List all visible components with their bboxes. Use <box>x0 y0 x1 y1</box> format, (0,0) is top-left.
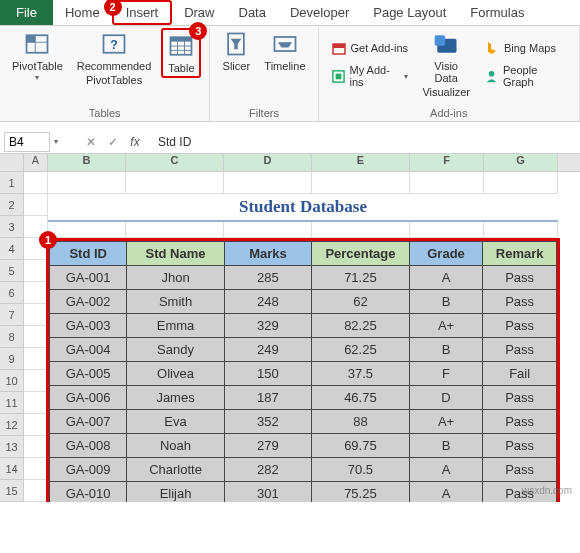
cell-grade[interactable]: B <box>409 338 483 362</box>
cell-remark[interactable]: Pass <box>483 386 557 410</box>
row-header[interactable]: 13 <box>0 436 24 458</box>
row-header[interactable]: 2 <box>0 194 24 216</box>
cell[interactable] <box>410 172 484 194</box>
col-G[interactable]: G <box>484 154 558 171</box>
cell[interactable] <box>24 304 48 326</box>
cell-name[interactable]: Eva <box>127 410 224 434</box>
row-header[interactable]: 3 <box>0 216 24 238</box>
cell[interactable] <box>312 172 410 194</box>
cell-marks[interactable]: 329 <box>224 314 311 338</box>
cell-marks[interactable]: 248 <box>224 290 311 314</box>
cell-marks[interactable]: 282 <box>224 458 311 482</box>
timeline-button[interactable]: Timeline <box>260 28 309 74</box>
cell-id[interactable]: GA-010 <box>50 482 127 503</box>
cell[interactable] <box>24 172 48 194</box>
th-pct[interactable]: Percentage <box>312 242 410 266</box>
recommended-pivottables-button[interactable]: ? Recommended PivotTables <box>73 28 156 88</box>
cell-remark[interactable]: Pass <box>483 290 557 314</box>
cell-id[interactable]: GA-008 <box>50 434 127 458</box>
bing-maps-button[interactable]: Bing Maps <box>480 38 571 58</box>
cell[interactable] <box>484 172 558 194</box>
slicer-button[interactable]: Slicer <box>218 28 254 74</box>
cell-pct[interactable]: 62 <box>312 290 410 314</box>
col-F[interactable]: F <box>410 154 484 171</box>
cancel-icon[interactable]: ✕ <box>82 135 100 149</box>
cell-marks[interactable]: 285 <box>224 266 311 290</box>
cell-pct[interactable]: 88 <box>312 410 410 434</box>
row-header[interactable]: 7 <box>0 304 24 326</box>
cell[interactable] <box>48 172 126 194</box>
cell[interactable] <box>24 260 48 282</box>
cell-name[interactable]: Olivea <box>127 362 224 386</box>
cell[interactable] <box>24 326 48 348</box>
cell[interactable] <box>24 414 48 436</box>
cell-pct[interactable]: 70.5 <box>312 458 410 482</box>
cell-id[interactable]: GA-007 <box>50 410 127 434</box>
cell-marks[interactable]: 150 <box>224 362 311 386</box>
cell-grade[interactable]: A+ <box>409 410 483 434</box>
cell-remark[interactable]: Pass <box>483 410 557 434</box>
cell-name[interactable]: Smith <box>127 290 224 314</box>
cell-id[interactable]: GA-003 <box>50 314 127 338</box>
col-B[interactable]: B <box>48 154 126 171</box>
cell-pct[interactable]: 71.25 <box>312 266 410 290</box>
cell-remark[interactable]: Pass <box>483 458 557 482</box>
cell-marks[interactable]: 352 <box>224 410 311 434</box>
th-id[interactable]: Std ID <box>50 242 127 266</box>
cell[interactable] <box>24 194 48 216</box>
row-header[interactable]: 15 <box>0 480 24 502</box>
table-button[interactable]: Table 3 <box>161 28 201 78</box>
cell-grade[interactable]: B <box>409 290 483 314</box>
enter-icon[interactable]: ✓ <box>104 135 122 149</box>
fx-icon[interactable]: fx <box>126 135 144 149</box>
col-C[interactable]: C <box>126 154 224 171</box>
tab-insert[interactable]: Insert 2 <box>112 0 173 25</box>
th-remark[interactable]: Remark <box>483 242 557 266</box>
cell-pct[interactable]: 62.25 <box>312 338 410 362</box>
row-header[interactable]: 8 <box>0 326 24 348</box>
cell-grade[interactable]: A <box>409 266 483 290</box>
cell-pct[interactable]: 75.25 <box>312 482 410 503</box>
cell-grade[interactable]: D <box>409 386 483 410</box>
cell-grade[interactable]: A+ <box>409 314 483 338</box>
tab-home[interactable]: Home <box>53 0 112 25</box>
cell-grade[interactable]: F <box>409 362 483 386</box>
row-header[interactable]: 10 <box>0 370 24 392</box>
cell-name[interactable]: Jhon <box>127 266 224 290</box>
col-A[interactable]: A <box>24 154 48 171</box>
cell[interactable] <box>24 480 48 502</box>
name-dropdown-icon[interactable]: ▾ <box>54 137 58 146</box>
name-box[interactable] <box>4 132 50 152</box>
cell-grade[interactable]: A <box>409 482 483 503</box>
cell-name[interactable]: Sandy <box>127 338 224 362</box>
row-header[interactable]: 4 <box>0 238 24 260</box>
row-header[interactable]: 6 <box>0 282 24 304</box>
cell-remark[interactable]: Pass <box>483 338 557 362</box>
tab-pagelayout[interactable]: Page Layout <box>361 0 458 25</box>
select-all-corner[interactable] <box>0 154 24 171</box>
cell[interactable] <box>126 172 224 194</box>
cell[interactable] <box>24 392 48 414</box>
cell-pct[interactable]: 37.5 <box>312 362 410 386</box>
cell-id[interactable]: GA-005 <box>50 362 127 386</box>
my-addins-button[interactable]: My Add-ins ▾ <box>327 62 413 90</box>
cell-grade[interactable]: B <box>409 434 483 458</box>
visio-button[interactable]: Visio Data Visualizer <box>418 28 474 100</box>
cell-pct[interactable]: 69.75 <box>312 434 410 458</box>
cell-remark[interactable]: Pass <box>483 266 557 290</box>
cell[interactable] <box>24 458 48 480</box>
cell-name[interactable]: Elijah <box>127 482 224 503</box>
cell-id[interactable]: GA-001 <box>50 266 127 290</box>
cell-pct[interactable]: 82.25 <box>312 314 410 338</box>
tab-developer[interactable]: Developer <box>278 0 361 25</box>
cell[interactable] <box>24 282 48 304</box>
th-grade[interactable]: Grade <box>409 242 483 266</box>
row-header[interactable]: 12 <box>0 414 24 436</box>
cell-id[interactable]: GA-004 <box>50 338 127 362</box>
col-E[interactable]: E <box>312 154 410 171</box>
cell[interactable] <box>24 436 48 458</box>
tab-formulas[interactable]: Formulas <box>458 0 536 25</box>
get-addins-button[interactable]: Get Add-ins <box>327 38 413 58</box>
cell-name[interactable]: James <box>127 386 224 410</box>
col-D[interactable]: D <box>224 154 312 171</box>
